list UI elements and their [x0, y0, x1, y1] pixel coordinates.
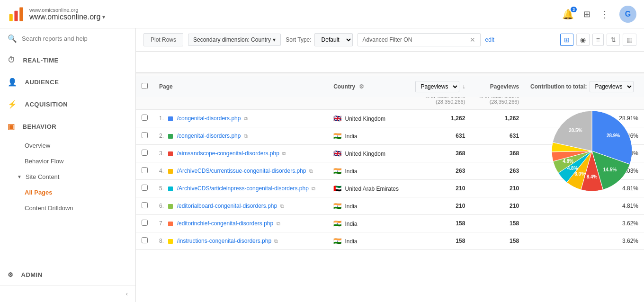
pageviews2-cell: 158	[471, 215, 525, 232]
sidebar-item-all-pages[interactable]: All Pages	[0, 185, 135, 200]
page-link[interactable]: /congenital-disorders.php	[177, 133, 241, 139]
filter-box: Advanced Filter ON ✕	[358, 33, 481, 46]
search-input[interactable]	[22, 35, 128, 42]
pageviews-cell: 210	[407, 197, 471, 215]
copy-icon[interactable]: ⧉	[309, 168, 313, 174]
sort-arrow-icon[interactable]: ↓	[462, 83, 465, 90]
svg-text:20.5%: 20.5%	[569, 128, 582, 133]
copy-icon[interactable]: ⧉	[274, 238, 278, 244]
sidebar-item-content-drilldown[interactable]: Content Drilldown	[0, 200, 135, 216]
svg-rect-2	[19, 7, 23, 21]
country-flag: 🇮🇳	[333, 132, 341, 140]
svg-rect-1	[14, 10, 18, 21]
copy-icon[interactable]: ⧉	[244, 133, 248, 139]
page-link[interactable]: /editorialboard-congenital-disorders.php	[177, 203, 277, 209]
compare-view-button[interactable]: ⇅	[607, 34, 620, 46]
realtime-icon: ⏱	[8, 56, 16, 64]
data-view-button[interactable]: ⊞	[560, 34, 573, 46]
content-area: Plot Rows Secondary dimension: Country ▾…	[136, 28, 644, 302]
row-checkbox[interactable]	[142, 150, 148, 156]
secondary-dim-arrow: ▾	[273, 36, 276, 43]
page-link[interactable]: /ArchiveCDS/articleinpress-congenital-di…	[177, 185, 309, 192]
sort-type-select[interactable]: Default	[314, 33, 353, 46]
contribution-cell: 3.62%	[525, 215, 644, 232]
apps-grid-button[interactable]: ⊞	[583, 9, 590, 19]
row-checkbox[interactable]	[142, 132, 148, 138]
country-name: India	[345, 133, 358, 140]
sidebar-item-audience[interactable]: 👤 AUDIENCE	[0, 71, 135, 93]
page-link[interactable]: /aimsandscope-congenital-disorders.php	[177, 150, 279, 157]
all-pages-label: All Pages	[25, 189, 53, 196]
page-link[interactable]: /congenital-disorders.php	[177, 115, 241, 122]
metric-select[interactable]: Pageviews	[415, 81, 459, 92]
copy-icon[interactable]: ⧉	[277, 221, 280, 226]
page-link[interactable]: /editorinchief-congenital-disorders.php	[177, 220, 273, 227]
country-settings-icon[interactable]: ⚙	[359, 83, 364, 90]
country-name: India	[345, 238, 358, 245]
sidebar-item-admin[interactable]: ⚙ ADMIN	[0, 265, 135, 285]
sidebar-collapse-button[interactable]: ‹	[0, 285, 135, 302]
country-name: India	[345, 221, 358, 227]
sidebar-item-behavior-flow[interactable]: Behavior Flow	[0, 153, 135, 169]
expand-arrow-icon: ▼	[17, 174, 22, 179]
pageviews2-cell: 631	[471, 127, 525, 145]
pageviews-cell: 263	[407, 162, 471, 180]
user-avatar[interactable]: G	[619, 6, 636, 23]
country-name: United Kingdom	[345, 151, 385, 157]
copy-icon[interactable]: ⧉	[280, 203, 284, 209]
sidebar-item-overview[interactable]: Overview	[0, 138, 135, 153]
row-number: 8.	[159, 238, 164, 244]
sidebar-item-behavior[interactable]: ▣ BEHAVIOR	[0, 115, 135, 138]
row-color-dot	[168, 169, 173, 174]
pageviews2-cell: 210	[471, 197, 525, 215]
svg-text:8.4%: 8.4%	[587, 174, 598, 179]
country-flag: 🇬🇧	[333, 115, 341, 122]
collapse-icon: ‹	[126, 290, 128, 297]
table-row: 7. /editorinchief-congenital-disorders.p…	[136, 215, 644, 232]
summary-total2: (28,350,266)	[476, 99, 519, 105]
header-icons: 🔔 3 ⊞ ⋮ G	[562, 6, 636, 23]
copy-icon[interactable]: ⧉	[282, 151, 286, 156]
copy-icon[interactable]: ⧉	[244, 115, 248, 121]
bar-view-button[interactable]: ≡	[592, 34, 604, 46]
pie-view-button[interactable]: ◉	[576, 34, 590, 46]
secondary-dimension-select[interactable]: Secondary dimension: Country ▾	[188, 34, 281, 46]
row-checkbox[interactable]	[142, 202, 148, 208]
filter-clear-button[interactable]: ✕	[470, 36, 475, 44]
copy-icon[interactable]: ⧉	[312, 186, 315, 191]
site-dropdown-arrow[interactable]: ▾	[102, 14, 105, 20]
country-name: United Arab Emirates	[345, 186, 399, 192]
summary-total: (28,350,266)	[413, 99, 465, 105]
page-link[interactable]: /ArchiveCDS/currentissue-congenital-diso…	[177, 168, 306, 174]
col-pageviews-header: Pageviews	[471, 76, 525, 98]
row-color-dot	[168, 116, 173, 121]
row-checkbox[interactable]	[142, 220, 148, 226]
notifications-button[interactable]: 🔔 3	[562, 9, 574, 20]
page-link[interactable]: /instructions-congenital-disorders.php	[177, 238, 271, 244]
logo-area: www.omicsonline.org www.omicsonline.org …	[8, 6, 562, 23]
svg-rect-0	[9, 14, 13, 21]
sidebar-item-realtime[interactable]: ⏱ REAL-TIME	[0, 49, 135, 71]
sidebar-site-content[interactable]: ▼ Site Content	[0, 169, 135, 185]
pie-chart-svg: 28.9%14.5%8.4%6.0%4.8%4.8%20.5%	[545, 104, 639, 198]
col-page-header: Page	[153, 76, 328, 98]
site-content-label: Site Content	[26, 173, 60, 180]
select-all-checkbox[interactable]	[142, 83, 148, 89]
secondary-dim-label: Secondary dimension: Country	[193, 36, 271, 43]
site-url-small: www.omicsonline.org	[29, 7, 105, 13]
behavior-label: BEHAVIOR	[23, 123, 57, 130]
plot-rows-button[interactable]: Plot Rows	[143, 33, 183, 46]
row-number: 5.	[159, 185, 164, 192]
row-checkbox[interactable]	[142, 237, 148, 243]
pageviews-cell: 631	[407, 127, 471, 145]
row-checkbox[interactable]	[142, 185, 148, 191]
row-color-dot	[168, 204, 173, 209]
more-options-button[interactable]: ⋮	[600, 9, 610, 20]
row-number: 6.	[159, 203, 164, 209]
row-checkbox[interactable]	[142, 115, 148, 121]
sidebar-item-acquisition[interactable]: ⚡ ACQUISITION	[0, 93, 135, 115]
pivot-view-button[interactable]: ▦	[623, 34, 636, 46]
row-checkbox[interactable]	[142, 167, 148, 173]
behavior-flow-label: Behavior Flow	[25, 158, 63, 165]
edit-filter-link[interactable]: edit	[485, 36, 494, 43]
